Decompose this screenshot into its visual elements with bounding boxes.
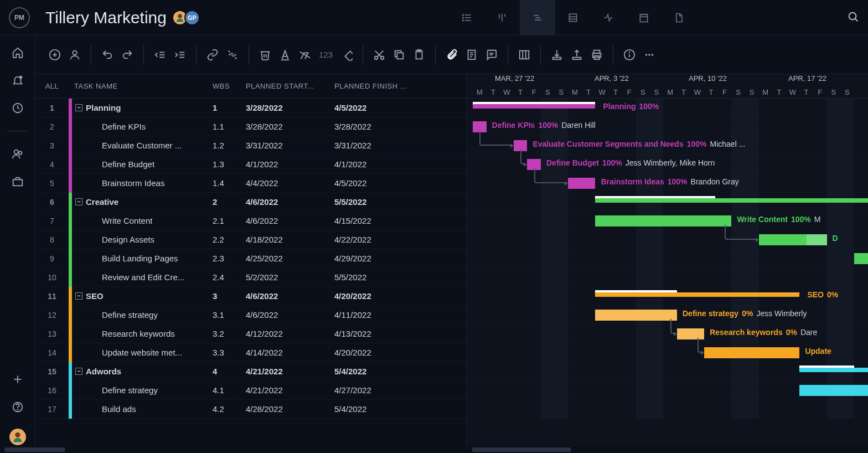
calendar-view-button[interactable]	[626, 0, 662, 35]
start-cell[interactable]: 4/21/2022	[246, 367, 334, 376]
unlink-button[interactable]	[226, 49, 239, 61]
task-row[interactable]: 10 Review and Edit Cre... 2.4 5/2/2022 5…	[35, 268, 467, 287]
wbs-cell[interactable]: 1.4	[213, 178, 246, 188]
task-row[interactable]: 12 Define strategy 3.1 4/6/2022 4/11/202…	[35, 306, 467, 325]
collapse-icon[interactable]: −	[75, 198, 82, 205]
finish-cell[interactable]: 4/15/2022	[334, 216, 467, 225]
start-cell[interactable]: 4/4/2022	[246, 178, 334, 188]
task-row[interactable]: 5 Brainstorm Ideas 1.4 4/4/2022 4/5/2022	[35, 174, 467, 193]
collapse-icon[interactable]: −	[75, 104, 82, 111]
task-bar[interactable]	[704, 347, 799, 358]
task-row[interactable]: 17 Build ads 4.2 4/28/2022 5/4/2022	[35, 400, 467, 419]
gantt-row[interactable]: Write Content100%M	[467, 212, 868, 230]
paste-button[interactable]	[413, 49, 425, 61]
task-row[interactable]: 4 Define Budget 1.3 4/1/2022 4/1/2022	[35, 155, 467, 174]
sheet-view-button[interactable]	[555, 0, 591, 35]
wbs-cell[interactable]: 1.1	[213, 122, 246, 131]
indent-button[interactable]	[174, 49, 186, 61]
priority-button[interactable]	[340, 49, 353, 61]
finish-cell[interactable]: 3/28/2022	[334, 122, 467, 131]
portfolio-icon[interactable]	[12, 176, 24, 188]
wbs-cell[interactable]: 2.2	[213, 235, 246, 244]
wbs-cell[interactable]: 3	[213, 291, 246, 301]
wbs-cell[interactable]: 2.4	[213, 272, 246, 282]
redo-button[interactable]	[121, 49, 133, 61]
finish-cell[interactable]: 5/5/2022	[334, 197, 467, 207]
wbs-cell[interactable]: 1.2	[213, 141, 246, 150]
finish-cell[interactable]: 4/1/2022	[334, 159, 467, 169]
gantt-row[interactable]: Brainstorm Ideas100%Brandon Gray	[467, 174, 868, 193]
task-row[interactable]: 13 Research keywords 3.2 4/12/2022 4/13/…	[35, 325, 467, 343]
task-bar[interactable]	[595, 310, 677, 321]
summary-bar[interactable]	[799, 368, 868, 372]
task-row[interactable]: 3 Evaluate Customer ... 1.2 3/31/2022 3/…	[35, 136, 467, 155]
gantt-row[interactable]	[467, 268, 868, 287]
copy-button[interactable]	[393, 49, 405, 61]
finish-cell[interactable]: 3/31/2022	[334, 141, 467, 150]
task-name-cell[interactable]: Review and Edit Cre...	[72, 272, 213, 282]
gantt-row[interactable]: Update	[467, 343, 868, 362]
gantt-row[interactable]	[467, 362, 868, 381]
summary-bar[interactable]	[595, 292, 799, 297]
wbs-cell[interactable]: 4.2	[213, 404, 246, 414]
gantt-row[interactable]: Planning100%	[467, 99, 868, 117]
link-button[interactable]	[206, 49, 219, 61]
task-name-cell[interactable]: Define KPIs	[72, 122, 213, 131]
team-icon[interactable]	[12, 148, 24, 160]
search-icon[interactable]	[847, 11, 859, 25]
cut-button[interactable]	[373, 49, 385, 61]
start-cell[interactable]: 4/12/2022	[246, 329, 334, 338]
task-bar[interactable]	[799, 385, 868, 396]
app-logo[interactable]: PM	[9, 7, 30, 28]
task-name-cell[interactable]: − Planning	[72, 103, 213, 112]
task-bar[interactable]	[595, 215, 731, 226]
gantt-row[interactable]	[467, 249, 868, 268]
task-bar[interactable]	[854, 253, 868, 264]
gantt-row[interactable]	[467, 193, 868, 212]
comments-button[interactable]	[485, 49, 498, 61]
finish-cell[interactable]: 5/5/2022	[334, 272, 467, 282]
gantt-scrollbar[interactable]	[467, 446, 868, 453]
start-cell[interactable]: 4/6/2022	[246, 216, 334, 225]
col-finish[interactable]: PLANNED FINISH ...	[334, 82, 467, 90]
finish-cell[interactable]: 4/20/2022	[334, 348, 467, 357]
finish-cell[interactable]: 4/20/2022	[334, 291, 467, 301]
finish-cell[interactable]: 4/27/2022	[334, 385, 467, 395]
finish-cell[interactable]: 4/13/2022	[334, 329, 467, 338]
wbs-cell[interactable]: 4.1	[213, 385, 246, 395]
wbs-cell[interactable]: 2	[213, 197, 246, 207]
gantt-row[interactable]: SEO0%	[467, 287, 868, 306]
task-row[interactable]: 2 Define KPIs 1.1 3/28/2022 3/28/2022	[35, 117, 467, 136]
task-name-cell[interactable]: Brainstorm Ideas	[72, 178, 213, 188]
task-name-cell[interactable]: Evaluate Customer ...	[72, 141, 213, 150]
info-button[interactable]	[623, 49, 636, 61]
member-avatars[interactable]: GP	[175, 10, 200, 25]
finish-cell[interactable]: 4/5/2022	[334, 103, 467, 112]
task-row[interactable]: 14 Update website met... 3.3 4/14/2022 4…	[35, 343, 467, 362]
add-icon[interactable]	[12, 373, 24, 385]
gantt-row[interactable]	[467, 400, 868, 419]
task-row[interactable]: 1 − Planning 1 3/28/2022 4/5/2022	[35, 99, 467, 117]
list-view-button[interactable]	[449, 0, 484, 35]
finish-cell[interactable]: 4/11/2022	[334, 310, 467, 320]
task-name-cell[interactable]: − SEO	[72, 291, 213, 301]
start-cell[interactable]: 3/28/2022	[246, 122, 334, 131]
help-icon[interactable]	[12, 401, 24, 413]
task-name-cell[interactable]: Update website met...	[72, 348, 213, 357]
files-view-button[interactable]	[662, 0, 697, 35]
gantt-row[interactable]	[467, 381, 868, 400]
wbs-cell[interactable]: 2.3	[213, 254, 246, 263]
start-cell[interactable]: 4/21/2022	[246, 385, 334, 395]
col-wbs[interactable]: WBS	[213, 82, 246, 90]
task-name-cell[interactable]: − Creative	[72, 197, 213, 207]
board-view-button[interactable]	[484, 0, 520, 35]
recent-icon[interactable]	[12, 102, 24, 114]
start-cell[interactable]: 4/1/2022	[246, 159, 334, 169]
outdent-button[interactable]	[154, 49, 166, 61]
start-cell[interactable]: 4/28/2022	[246, 404, 334, 414]
gantt-view-button[interactable]	[520, 0, 555, 35]
add-task-button[interactable]	[49, 49, 61, 61]
wbs-cell[interactable]: 3.2	[213, 329, 246, 338]
gantt-row[interactable]: Define KPIs100%Daren Hill	[467, 117, 868, 136]
col-all[interactable]: ALL	[35, 82, 69, 90]
